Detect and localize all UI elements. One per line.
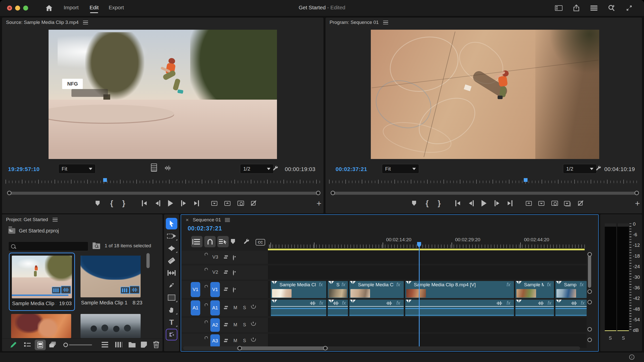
rectangle-tool[interactable] <box>164 292 179 303</box>
solo-track-button[interactable]: S <box>243 338 246 343</box>
drag-video-icon[interactable] <box>151 164 157 172</box>
add-marker-icon[interactable] <box>96 198 100 208</box>
track-content-v1[interactable]: Sample Media Cl... fx S... fx Sample Med… <box>268 281 587 298</box>
timeline-clip-audio[interactable]: fx <box>327 300 348 316</box>
clip-name[interactable]: Sample Media Clip 14.... <box>81 300 128 306</box>
step-forward-icon[interactable] <box>181 198 186 208</box>
program-mini-timeline[interactable] <box>329 178 638 186</box>
source-patch-v1[interactable]: V1 <box>191 282 200 297</box>
toggle-proxies-icon[interactable] <box>251 198 256 208</box>
add-marker-icon[interactable] <box>412 198 416 208</box>
audio-meter-bars[interactable] <box>605 223 629 331</box>
audio-badge-icon[interactable] <box>130 286 140 294</box>
timeline-settings-wrench-icon[interactable] <box>243 238 250 246</box>
fx-badge[interactable]: fx <box>319 300 323 306</box>
step-forward-icon[interactable] <box>495 198 499 208</box>
captions-icon[interactable]: CC <box>256 239 265 246</box>
delete-icon[interactable] <box>153 341 159 349</box>
button-editor-icon[interactable]: + <box>635 198 640 208</box>
track-resize-knob[interactable] <box>587 289 592 294</box>
track-content-a2[interactable] <box>268 318 587 332</box>
track-content-a1[interactable]: fx fx fx fx <box>268 300 587 316</box>
extract-icon[interactable] <box>538 198 544 208</box>
ripple-edit-tool[interactable] <box>164 243 179 254</box>
search-input[interactable] <box>17 244 86 249</box>
step-back-icon[interactable] <box>469 198 474 208</box>
track-resize-knob[interactable] <box>587 338 592 342</box>
timeline-clip-audio[interactable]: fx <box>405 300 514 316</box>
mark-out-icon[interactable]: } <box>438 198 441 208</box>
go-to-out-icon[interactable] <box>508 198 512 208</box>
fx-badge[interactable]: fx <box>341 282 345 288</box>
toggle-track-output-icon[interactable] <box>233 287 234 293</box>
track-content-v3[interactable] <box>268 251 587 264</box>
track-content-a3[interactable] <box>268 334 587 348</box>
mark-in-icon[interactable]: { <box>110 198 113 208</box>
share-icon[interactable] <box>572 4 581 12</box>
track-content-v2[interactable] <box>268 265 587 279</box>
snap-toggle[interactable] <box>204 236 216 247</box>
fx-badge[interactable]: fx <box>396 282 400 288</box>
info-icon[interactable]: i <box>629 354 634 360</box>
slip-tool[interactable] <box>164 267 179 279</box>
sort-icon[interactable] <box>102 342 108 347</box>
mute-track-button[interactable]: M <box>233 305 237 310</box>
fx-badge[interactable]: fx <box>547 282 551 288</box>
program-resolution-select[interactable]: 1/2 <box>563 164 597 174</box>
project-item[interactable]: Sample Media Clip 14.... 8:23 <box>79 253 144 311</box>
video-badge-icon[interactable] <box>120 287 130 294</box>
target-track-v3[interactable]: V3 <box>212 254 218 260</box>
step-back-icon[interactable] <box>155 198 160 208</box>
export-frame-icon[interactable] <box>237 198 244 208</box>
track-resize-knob[interactable] <box>587 300 592 304</box>
mark-out-icon[interactable]: } <box>122 198 125 208</box>
fx-badge[interactable]: fx <box>581 300 585 306</box>
fx-badge[interactable]: fx <box>547 300 551 306</box>
program-zoom-scrollbar[interactable] <box>331 192 638 195</box>
playhead-line[interactable] <box>419 247 420 348</box>
workspaces-icon[interactable] <box>590 4 598 12</box>
solo-right-button[interactable]: S <box>622 336 625 341</box>
list-view-icon[interactable] <box>24 342 31 347</box>
fullscreen-icon[interactable] <box>625 4 633 12</box>
audio-badge-icon[interactable] <box>61 286 71 294</box>
go-to-in-icon[interactable] <box>142 198 147 208</box>
source-zoom-scrollbar[interactable] <box>8 192 320 195</box>
target-track-v2[interactable]: V2 <box>212 269 218 275</box>
fx-badge[interactable]: fx <box>319 282 323 288</box>
mark-in-icon[interactable]: { <box>426 198 429 208</box>
razor-tool[interactable] <box>164 255 179 266</box>
fx-badge[interactable]: fx <box>506 300 510 306</box>
button-editor-icon[interactable]: + <box>316 198 321 208</box>
icon-view-button-active[interactable] <box>35 340 46 350</box>
export-frame-icon[interactable] <box>551 198 558 208</box>
panel-menu-icon[interactable] <box>53 218 58 222</box>
new-item-icon[interactable] <box>141 342 147 348</box>
timeline-clip-video[interactable]: Sample Media Clip 8.mp4 [V] fx <box>405 281 514 298</box>
overwrite-icon[interactable] <box>224 198 230 208</box>
source-playhead[interactable] <box>103 178 107 182</box>
lift-icon[interactable] <box>526 198 532 208</box>
program-timecode[interactable]: 00:02:37:21 <box>336 166 367 173</box>
project-item-selected[interactable]: Sample Media Clip 3.... 19:03 <box>9 253 75 311</box>
target-track-a3[interactable]: A3 <box>210 334 220 347</box>
mute-track-button[interactable]: M <box>233 338 237 343</box>
toggle-track-output-icon[interactable] <box>233 270 234 275</box>
source-timecode[interactable]: 19:29:57:10 <box>8 166 39 173</box>
column-settings-icon[interactable] <box>115 342 122 347</box>
source-resolution-select[interactable]: 1/2 <box>240 164 274 174</box>
project-scrollbar[interactable] <box>146 253 150 268</box>
go-to-in-icon[interactable] <box>455 198 460 208</box>
fx-badge[interactable]: fx <box>506 282 510 288</box>
timeline-timecode[interactable]: 00:02:37:21 <box>188 225 222 232</box>
panel-menu-icon[interactable] <box>83 21 88 24</box>
zoom-slider-track[interactable] <box>69 344 92 345</box>
timeline-vertical-scrollbar[interactable] <box>588 255 591 288</box>
drag-audio-icon[interactable] <box>165 166 170 171</box>
hand-tool[interactable] <box>164 304 179 316</box>
pen-tool[interactable] <box>164 279 179 291</box>
text-based-editing-tool[interactable] <box>166 329 177 340</box>
timeline-clip-audio[interactable]: fx <box>555 300 587 316</box>
freeform-view-icon[interactable] <box>49 342 57 348</box>
fx-badge[interactable]: fx <box>342 300 346 306</box>
